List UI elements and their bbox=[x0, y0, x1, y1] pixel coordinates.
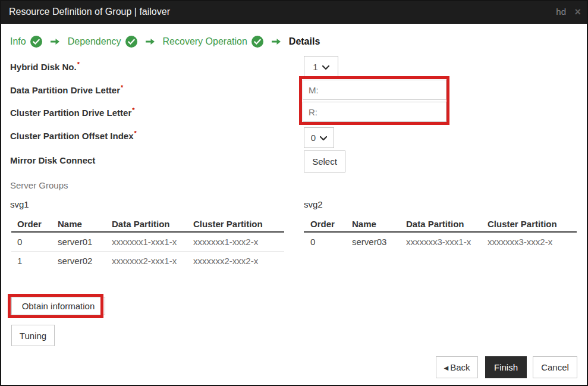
wizard-step-label: Recovery Operation bbox=[163, 36, 247, 47]
server-group-name-svg2: svg2 bbox=[304, 199, 323, 209]
mirror-disk-connect-label: Mirror Disk Connect bbox=[10, 155, 95, 165]
back-button[interactable]: ◀Back bbox=[436, 356, 478, 378]
column-header-order: Order bbox=[17, 215, 42, 233]
cluster-partition-offset-index-label: Cluster Partition Offset Index* bbox=[10, 131, 137, 141]
column-header-cluster-partition: Cluster Partition bbox=[488, 215, 557, 233]
arrow-right-icon bbox=[50, 37, 60, 46]
server-groups-label: Server Groups bbox=[10, 180, 68, 190]
table-header-row: Order Name Data Partition Cluster Partit… bbox=[304, 215, 577, 233]
title-bar: Resource Definition of Group | failover … bbox=[0, 0, 588, 24]
cell-order: 0 bbox=[310, 233, 315, 252]
wizard-step-label: Dependency bbox=[68, 36, 121, 47]
cell-data-partition: xxxxxxx1-xxx1-x bbox=[112, 233, 182, 252]
column-header-data-partition: Data Partition bbox=[406, 215, 464, 233]
finish-button[interactable]: Finish bbox=[485, 356, 527, 378]
cluster-partition-offset-index-value: 0 bbox=[311, 133, 316, 143]
arrow-right-icon bbox=[271, 37, 281, 46]
chevron-down-icon bbox=[320, 133, 327, 143]
wizard-step-label: Info bbox=[10, 36, 26, 47]
cell-name: server01 bbox=[58, 233, 92, 252]
data-partition-drive-letter-label: Data Partition Drive Letter* bbox=[10, 85, 123, 95]
cluster-partition-offset-index-select[interactable]: 0 bbox=[304, 127, 334, 148]
resource-definition-dialog: Resource Definition of Group | failover … bbox=[0, 0, 588, 386]
cell-data-partition: xxxxxxx3-xxx1-x bbox=[406, 233, 476, 252]
mirror-disk-connect-select-button[interactable]: Select bbox=[304, 150, 345, 172]
server-group-table-svg1: Order Name Data Partition Cluster Partit… bbox=[11, 215, 284, 271]
check-circle-icon bbox=[125, 36, 137, 48]
arrow-right-icon bbox=[145, 37, 155, 46]
obtain-information-button[interactable]: Obtain information bbox=[11, 297, 105, 315]
back-arrow-icon: ◀ bbox=[444, 365, 448, 371]
wizard-steps: Info Dependency Recovery Operation bbox=[10, 34, 320, 49]
data-partition-drive-letter-input[interactable] bbox=[303, 80, 446, 100]
hybrid-disk-no-value: 1 bbox=[313, 62, 317, 72]
cell-data-partition: xxxxxxx2-xxx1-x bbox=[112, 252, 182, 271]
column-header-order: Order bbox=[310, 215, 335, 233]
window-tag: hd bbox=[556, 0, 566, 24]
server-group-table-svg2: Order Name Data Partition Cluster Partit… bbox=[304, 215, 577, 252]
cell-name: server03 bbox=[352, 233, 386, 252]
cell-cluster-partition: xxxxxxx2-xxx2-x bbox=[193, 252, 271, 271]
cell-cluster-partition: xxxxxxx3-xxx2-x bbox=[488, 233, 565, 252]
table-row: 0 server03 xxxxxxx3-xxx1-x xxxxxxx3-xxx2… bbox=[304, 233, 577, 252]
wizard-step-dependency[interactable]: Dependency bbox=[68, 36, 137, 48]
cell-order: 0 bbox=[17, 233, 22, 252]
hybrid-disk-no-select[interactable]: 1 bbox=[304, 56, 338, 77]
dialog-border bbox=[0, 0, 588, 386]
tuning-button[interactable]: Tuning bbox=[11, 325, 55, 346]
wizard-step-details: Details bbox=[289, 36, 320, 47]
table-row: 1 server02 xxxxxxx2-xxx1-x xxxxxxx2-xxx2… bbox=[11, 252, 284, 271]
required-asterisk: * bbox=[132, 106, 134, 114]
cell-order: 1 bbox=[17, 252, 22, 271]
check-circle-icon bbox=[30, 36, 42, 48]
cancel-button[interactable]: Cancel bbox=[533, 356, 577, 378]
hybrid-disk-no-label: Hybrid Disk No.* bbox=[10, 62, 80, 72]
server-group-name-svg1: svg1 bbox=[10, 199, 29, 209]
required-asterisk: * bbox=[77, 61, 80, 68]
close-icon[interactable]: × bbox=[574, 0, 581, 24]
chevron-down-icon bbox=[322, 62, 329, 72]
required-asterisk: * bbox=[134, 130, 137, 137]
cluster-partition-drive-letter-label: Cluster Partition Drive Letter* bbox=[10, 108, 135, 118]
cell-name: server02 bbox=[58, 252, 92, 271]
required-asterisk: * bbox=[121, 84, 123, 91]
check-circle-icon bbox=[251, 36, 263, 48]
table-row: 0 server01 xxxxxxx1-xxx1-x xxxxxxx1-xxx2… bbox=[11, 233, 284, 252]
column-header-name: Name bbox=[58, 215, 82, 233]
cell-cluster-partition: xxxxxxx1-xxx2-x bbox=[193, 233, 271, 252]
column-header-data-partition: Data Partition bbox=[112, 215, 170, 233]
cluster-partition-drive-letter-input[interactable] bbox=[303, 102, 446, 122]
wizard-step-info[interactable]: Info bbox=[10, 36, 42, 48]
table-header-row: Order Name Data Partition Cluster Partit… bbox=[11, 215, 284, 233]
column-header-name: Name bbox=[352, 215, 376, 233]
column-header-cluster-partition: Cluster Partition bbox=[193, 215, 263, 233]
dialog-title: Resource Definition of Group | failover bbox=[9, 0, 170, 24]
wizard-step-label: Details bbox=[289, 36, 320, 47]
wizard-step-recovery-operation[interactable]: Recovery Operation bbox=[163, 36, 263, 48]
